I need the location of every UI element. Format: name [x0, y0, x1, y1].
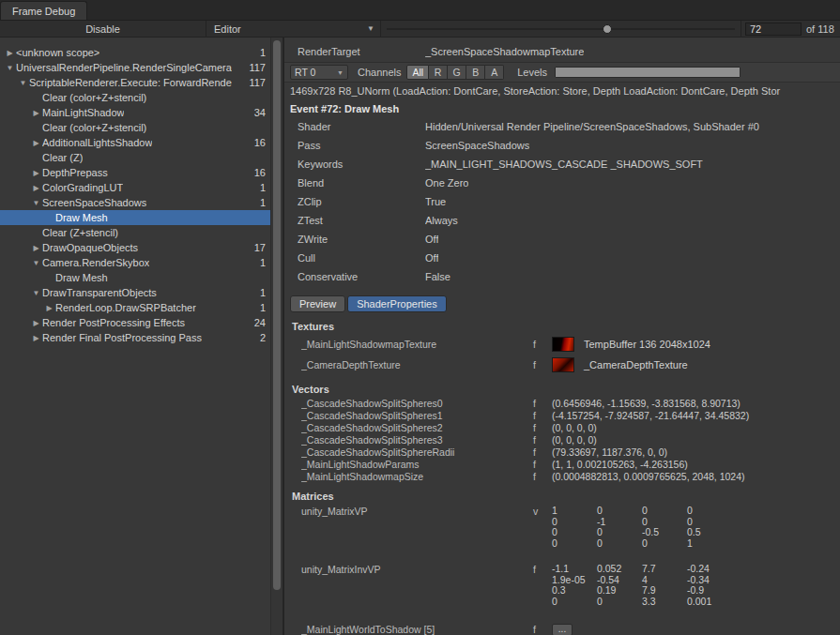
- texture-name: _MainLightShadowmapTexture: [301, 339, 533, 350]
- tree-row-count: 1: [260, 287, 270, 298]
- vector-name: _CascadeShadowSplitSphereRadii: [301, 446, 533, 458]
- matrix-name: unity_MatrixVP: [301, 506, 533, 517]
- vector-name: _CascadeShadowSplitSpheres0: [301, 398, 533, 409]
- matrix-name: unity_MatrixInvVP: [301, 564, 533, 575]
- tree-row[interactable]: Clear (color+Z+stencil): [0, 90, 270, 105]
- tree-row[interactable]: Draw Mesh: [0, 210, 270, 225]
- matrix-row: unity_MatrixVP v 10000-10000-0.50.50001: [284, 506, 840, 549]
- texture-thumbnail[interactable]: [552, 337, 574, 352]
- tree-row[interactable]: <unknown scope> 1: [0, 45, 270, 60]
- tab-button[interactable]: ShaderProperties: [347, 295, 447, 312]
- tree-row[interactable]: DrawOpaqueObjects 17: [0, 240, 270, 255]
- tree-row[interactable]: Draw Mesh: [0, 270, 270, 285]
- channel-button[interactable]: All: [406, 65, 429, 80]
- tree-row[interactable]: DrawTransparentObjects 1: [0, 285, 270, 300]
- levels-slider[interactable]: [555, 67, 741, 78]
- tree-row[interactable]: AdditionalLightsShadow 16: [0, 135, 270, 150]
- array-property-type: f: [533, 624, 552, 635]
- tree-row-label: Draw Mesh: [55, 272, 108, 283]
- tree-arrow-icon[interactable]: [4, 49, 16, 57]
- tree-row[interactable]: UniversalRenderPipeline.RenderSingleCame…: [0, 60, 270, 75]
- tree-row-label: Clear (color+Z+stencil): [42, 122, 146, 133]
- rt-index-dropdown[interactable]: RT 0 ▼: [290, 65, 348, 80]
- tree-row-count: 2: [260, 332, 270, 343]
- tree-arrow-icon[interactable]: [17, 79, 29, 87]
- tree-row[interactable]: MainLightShadow 34: [0, 105, 270, 120]
- window-tab-bar: Frame Debug: [0, 0, 840, 21]
- tree-row[interactable]: ColorGradingLUT 1: [0, 180, 270, 195]
- matrix-cell: 1: [552, 506, 597, 517]
- vector-row: _CascadeShadowSplitSphereRadii f (79.336…: [284, 446, 840, 458]
- property-row: Pass ScreenSpaceShadows: [284, 136, 840, 155]
- tree-arrow-icon[interactable]: [30, 289, 42, 297]
- frame-slider-thumb[interactable]: [603, 24, 612, 34]
- matrix-cell: 0.19: [597, 585, 642, 597]
- property-row: ZWrite Off: [284, 230, 840, 249]
- matrix-cell: 0: [597, 538, 642, 550]
- tree-row-label: AdditionalLightsShadow: [42, 137, 152, 148]
- vector-row: _CascadeShadowSplitSpheres0 f (0.6456946…: [284, 397, 840, 409]
- tree-row-label: DrawOpaqueObjects: [42, 242, 138, 253]
- property-value: Hidden/Universal Render Pipeline/ScreenS…: [425, 121, 759, 132]
- matrices-section-header: Matrices: [284, 489, 840, 504]
- tab-button[interactable]: Preview: [290, 295, 345, 312]
- target-dropdown[interactable]: Editor ▼: [206, 21, 381, 38]
- vector-value: (0.0004882813, 0.0009765625, 2048, 1024): [552, 471, 745, 482]
- channel-button[interactable]: R: [429, 65, 448, 80]
- channel-button[interactable]: G: [448, 65, 466, 80]
- tree-scrollbar[interactable]: [270, 38, 283, 635]
- window-tab-frame-debug[interactable]: Frame Debug: [0, 1, 87, 20]
- matrix-cell: -0.24: [687, 564, 732, 575]
- tab-button-label: ShaderProperties: [357, 298, 437, 310]
- tree-row[interactable]: Clear (Z+stencil): [0, 225, 270, 240]
- expand-array-button[interactable]: ...: [552, 624, 573, 635]
- channel-button[interactable]: A: [485, 65, 504, 80]
- tree-row-label: DepthPrepass: [42, 167, 108, 178]
- channel-button[interactable]: B: [466, 65, 485, 80]
- tree-scrollbar-thumb[interactable]: [273, 40, 281, 590]
- array-property-name: _MainLightWorldToShadow [5]: [301, 624, 533, 635]
- tree-arrow-icon[interactable]: [30, 184, 42, 192]
- property-row: Shader Hidden/Universal Render Pipeline/…: [284, 117, 840, 136]
- frame-number-value: 72: [750, 23, 761, 35]
- frame-slider[interactable]: [381, 21, 741, 38]
- vector-name: _CascadeShadowSplitSpheres2: [301, 422, 533, 433]
- render-target-label: RenderTarget: [298, 46, 425, 57]
- matrix-cell: 0: [597, 527, 642, 538]
- tree-row[interactable]: Camera.RenderSkybox 1: [0, 255, 270, 270]
- vector-row: _MainLightShadowParams f (1, 1, 0.002105…: [284, 458, 840, 470]
- matrix-cell: 7.9: [642, 585, 687, 597]
- tree-arrow-icon[interactable]: [30, 259, 42, 267]
- tree-row[interactable]: RenderLoop.DrawSRPBatcher 1: [0, 300, 270, 315]
- tree-arrow-icon[interactable]: [30, 139, 42, 147]
- tree-arrow-icon[interactable]: [30, 319, 42, 327]
- tree-row[interactable]: ScreenSpaceShadows 1: [0, 195, 270, 210]
- tree-row[interactable]: Clear (Z): [0, 150, 270, 165]
- tree-arrow-icon[interactable]: [30, 169, 42, 177]
- matrix-cell: -0.9: [687, 585, 732, 597]
- tree-row[interactable]: Render Final PostProcessing Pass 2: [0, 330, 270, 345]
- tree-row-label: RenderLoop.DrawSRPBatcher: [55, 302, 196, 313]
- matrix-cell: 0.3: [552, 585, 597, 597]
- tree-row[interactable]: Render PostProcessing Effects 24: [0, 315, 270, 330]
- property-value: Off: [425, 234, 438, 245]
- frame-number-field[interactable]: 72: [745, 23, 802, 36]
- frame-slider-track: [387, 28, 735, 30]
- render-target-value: _ScreenSpaceShadowmapTexture: [425, 46, 584, 57]
- tree-arrow-icon[interactable]: [30, 199, 42, 207]
- tree-row-label: Render PostProcessing Effects: [42, 317, 185, 328]
- vector-type: f: [533, 398, 552, 409]
- texture-name: _CameraDepthTexture: [301, 359, 533, 370]
- tree-arrow-icon[interactable]: [30, 244, 42, 252]
- textures-section-header: Textures: [284, 319, 840, 334]
- tree-arrow-icon[interactable]: [43, 304, 55, 312]
- tree-row[interactable]: Clear (color+Z+stencil): [0, 120, 270, 135]
- tree-arrow-icon[interactable]: [30, 109, 42, 117]
- texture-thumbnail[interactable]: [552, 357, 574, 372]
- disable-button[interactable]: Disable: [0, 21, 206, 38]
- tree-arrow-icon[interactable]: [30, 334, 42, 342]
- tree-row[interactable]: DepthPrepass 16: [0, 165, 270, 180]
- vector-type: f: [533, 434, 552, 446]
- tree-arrow-icon[interactable]: [4, 64, 16, 72]
- tree-row[interactable]: ScriptableRenderer.Execute: ForwardRende…: [0, 75, 270, 90]
